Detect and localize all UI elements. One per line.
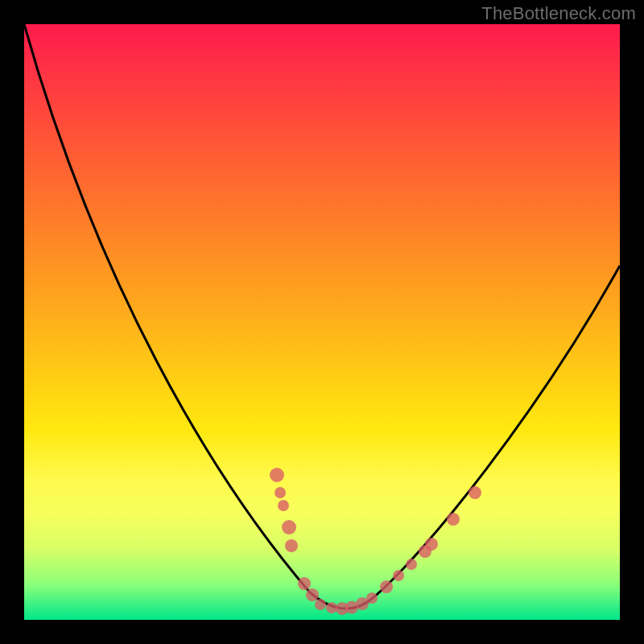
data-marker bbox=[282, 520, 296, 535]
data-marker bbox=[315, 599, 326, 610]
bottleneck-curve bbox=[24, 24, 620, 609]
data-marker bbox=[469, 486, 481, 499]
chart-svg bbox=[24, 24, 620, 620]
data-marker bbox=[285, 539, 298, 552]
plot-area bbox=[24, 24, 620, 620]
data-marker bbox=[380, 580, 393, 593]
data-marker bbox=[393, 570, 404, 581]
watermark-text: TheBottleneck.com bbox=[481, 3, 636, 24]
data-marker bbox=[306, 588, 319, 601]
data-marker bbox=[275, 487, 286, 498]
data-marker bbox=[447, 513, 460, 526]
data-marker bbox=[270, 468, 284, 482]
data-marker bbox=[425, 538, 438, 551]
marker-group bbox=[270, 468, 481, 615]
data-marker bbox=[326, 602, 337, 613]
data-marker bbox=[298, 577, 311, 590]
data-marker bbox=[278, 500, 289, 511]
chart-frame: TheBottleneck.com bbox=[0, 0, 644, 644]
data-marker bbox=[366, 592, 378, 604]
data-marker bbox=[406, 559, 417, 570]
